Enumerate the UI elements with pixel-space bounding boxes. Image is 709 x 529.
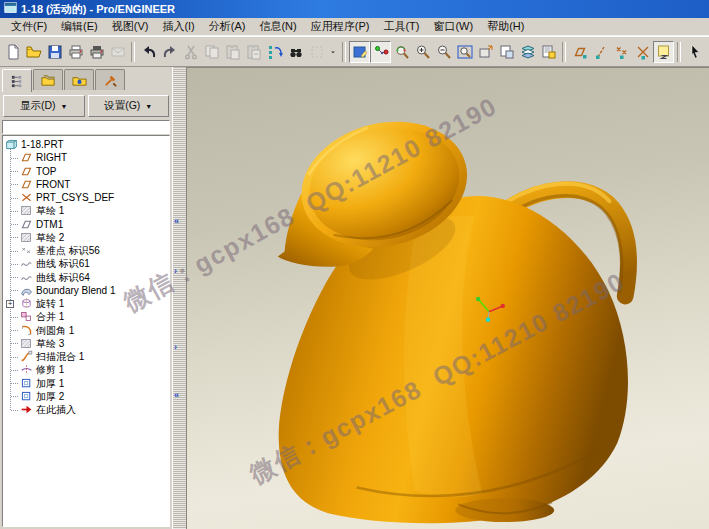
tree-settings-label: 设置(G) [104, 99, 140, 113]
menu-item[interactable]: 工具(T) [376, 18, 426, 35]
tree-connector [11, 330, 18, 331]
tree-item[interactable]: Boundary Blend 1 [3, 284, 169, 297]
tree-item[interactable]: 合并 1 [3, 310, 169, 323]
sash-collapse-arrow[interactable]: « [174, 391, 179, 399]
find-button[interactable] [285, 41, 306, 63]
tree-connector [11, 383, 18, 384]
repaint-button[interactable] [349, 41, 370, 63]
menu-item[interactable]: 视图(V) [105, 18, 156, 35]
toolbar-separator [677, 42, 681, 62]
orient-icon [394, 44, 410, 60]
spin-center-button[interactable] [370, 41, 391, 63]
tree-show-label: 显示(D) [20, 99, 56, 113]
csys-x-point [501, 304, 505, 308]
datum-csys-toggle-button[interactable] [632, 41, 653, 63]
layers-button[interactable] [517, 41, 538, 63]
menu-item[interactable]: 信息(N) [252, 18, 303, 35]
menu-item[interactable]: 分析(A) [202, 18, 253, 35]
datum-point-toggle-button[interactable] [611, 41, 632, 63]
expand-plus-icon[interactable] [6, 300, 14, 308]
tree-item[interactable]: 草绘 3 [3, 337, 169, 350]
regenerate-button[interactable] [264, 41, 285, 63]
copy-icon [204, 44, 220, 60]
menu-item[interactable]: 帮助(H) [480, 18, 531, 35]
sash-collapse-arrow[interactable]: « [174, 217, 179, 225]
tree-item[interactable]: TOP [3, 165, 169, 178]
print-alt-button[interactable] [86, 41, 107, 63]
tree-item[interactable]: 曲线 标识64 [3, 271, 169, 284]
redo-button[interactable] [159, 41, 180, 63]
model-pitcher[interactable] [187, 68, 709, 529]
tree-item[interactable]: 1-18.PRT [3, 138, 169, 151]
app-icon-icon [4, 1, 17, 14]
app-icon [4, 0, 17, 18]
navigator-panel: 显示(D) ▼ 设置(G) ▼ 1-18.PRTRIGHTTOPFRONTPRT… [0, 67, 172, 529]
datum-plane-gray-icon [20, 218, 33, 231]
tree-item[interactable]: 草绘 2 [3, 231, 169, 244]
tree-item[interactable]: 曲线 标识61 [3, 257, 169, 270]
round-icon [20, 324, 33, 337]
menu-item[interactable]: 编辑(E) [54, 18, 105, 35]
menu-item[interactable]: 文件(F) [4, 18, 54, 35]
annotation-toggle-button[interactable] [653, 41, 674, 63]
reorient-icon [478, 44, 494, 60]
part-icon [5, 138, 18, 151]
pitcher-foot[interactable] [455, 498, 554, 522]
tree-item[interactable]: 草绘 1 [3, 204, 169, 217]
open-file-button[interactable] [23, 41, 44, 63]
tree-item[interactable]: 加厚 2 [3, 390, 169, 403]
view-manager-button[interactable] [538, 41, 559, 63]
menu-item[interactable]: 应用程序(P) [304, 18, 377, 35]
tree-item[interactable]: 加厚 1 [3, 377, 169, 390]
tree-item[interactable]: FRONT [3, 178, 169, 191]
new-file-button[interactable] [2, 41, 23, 63]
menu-item[interactable]: 插入(I) [155, 18, 201, 35]
datum-plane-toggle-button[interactable] [569, 41, 590, 63]
sash-collapse-arrow[interactable]: › [174, 343, 177, 351]
orient-button[interactable] [391, 41, 412, 63]
sketch-icon [20, 231, 33, 244]
refit-button[interactable] [454, 41, 475, 63]
print-button[interactable] [65, 41, 86, 63]
tree-connector [11, 171, 18, 172]
nav-tab-connections[interactable] [95, 69, 125, 90]
tree-item[interactable]: DTM1 [3, 218, 169, 231]
tree-connector [11, 184, 18, 185]
nav-tab-folder-browser[interactable] [33, 69, 63, 90]
zoom-in-button[interactable] [412, 41, 433, 63]
select-arrow-button[interactable] [684, 41, 705, 63]
tree-settings-button[interactable]: 设置(G) ▼ [88, 95, 170, 117]
tree-item[interactable]: 旋转 1 [3, 297, 169, 310]
tree-item[interactable]: 修剪 1 [3, 363, 169, 376]
tree-connector [11, 251, 18, 252]
tree-item-label: 加厚 2 [36, 390, 64, 403]
tree-item[interactable]: RIGHT [3, 151, 169, 164]
zoom-out-button[interactable] [433, 41, 454, 63]
nav-tab-favorites[interactable] [64, 69, 94, 90]
title-bar[interactable]: 1-18 (活动的) - Pro/ENGINEER [0, 0, 709, 18]
tree-item[interactable]: 扫描混合 1 [3, 350, 169, 363]
tree-item[interactable]: 在此插入 [3, 403, 169, 416]
tree-item[interactable]: PRT_CSYS_DEF [3, 191, 169, 204]
tree-item[interactable]: 基准点 标识56 [3, 244, 169, 257]
tree-connector [11, 211, 18, 212]
undo-button[interactable] [138, 41, 159, 63]
cut-icon [183, 44, 199, 60]
tree-item[interactable]: 倒圆角 1 [3, 324, 169, 337]
datum-axis-toggle-button[interactable] [590, 41, 611, 63]
datum-csys-toggle-icon [635, 44, 651, 60]
nav-tab-model-tree[interactable] [2, 69, 32, 92]
sash-collapse-arrow[interactable]: › [174, 267, 177, 275]
zoom-out-icon [436, 44, 452, 60]
thicken-icon-wrap [20, 390, 33, 403]
caret-button[interactable] [327, 41, 339, 63]
tree-show-button[interactable]: 显示(D) ▼ [3, 95, 85, 117]
tree-item-label: Boundary Blend 1 [36, 284, 116, 297]
panel-sash[interactable]: «››« [172, 67, 187, 529]
saved-views-button[interactable] [496, 41, 517, 63]
reorient-button[interactable] [475, 41, 496, 63]
save-button[interactable] [44, 41, 65, 63]
menu-item[interactable]: 窗口(W) [426, 18, 480, 35]
graphics-viewport[interactable] [187, 67, 709, 529]
tree-item-label: PRT_CSYS_DEF [36, 191, 114, 204]
